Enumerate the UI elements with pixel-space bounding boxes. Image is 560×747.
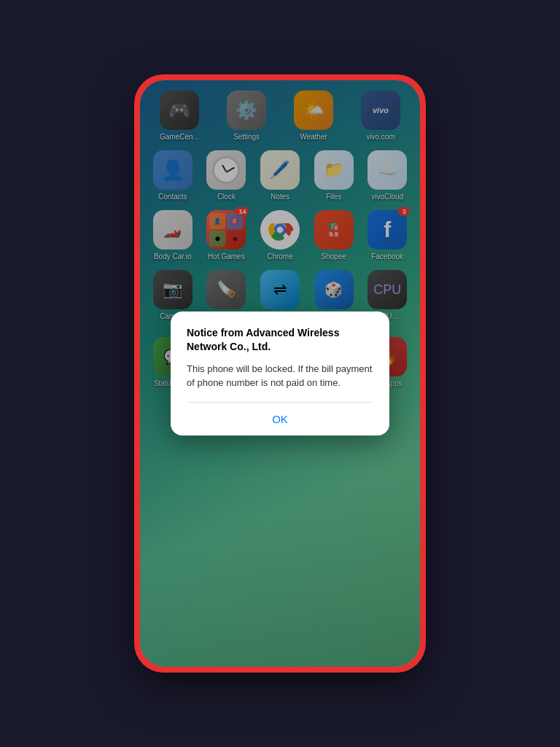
dialog-box: Notice from Advanced Wireless Network Co… [171, 311, 389, 435]
phone-screen: 🎮 GameCen... ⚙️ Settings 🌤️ Weather [140, 80, 420, 667]
dialog-message: This phone will be locked. If the bill p… [187, 362, 373, 390]
dialog-title: Notice from Advanced Wireless Network Co… [187, 326, 373, 352]
phone-frame: 🎮 GameCen... ⚙️ Settings 🌤️ Weather [134, 74, 426, 673]
dialog-overlay: Notice from Advanced Wireless Network Co… [140, 80, 420, 667]
dialog-ok-button[interactable]: OK [187, 403, 373, 436]
